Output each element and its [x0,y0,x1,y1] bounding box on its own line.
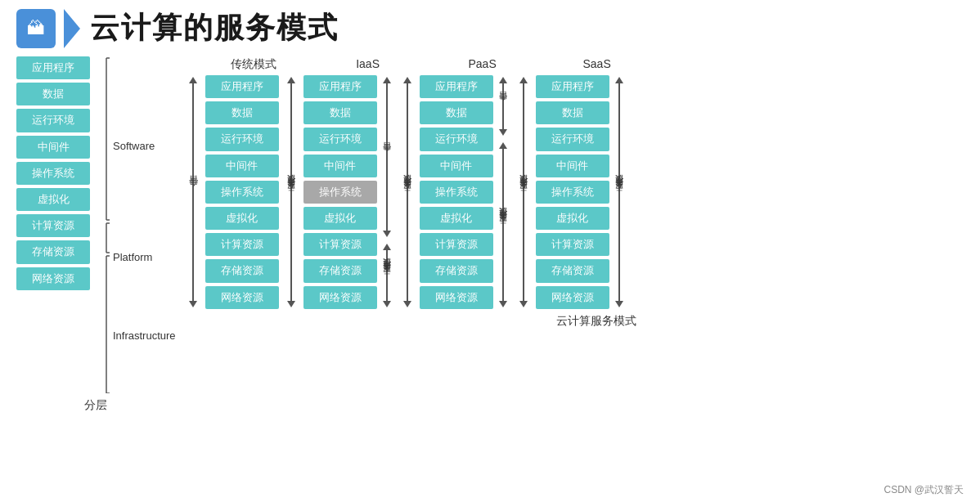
trad-计算资源: 计算资源 [205,233,279,256]
iaas-应用程序: 应用程序 [303,75,377,98]
saas-操作系统: 操作系统 [536,181,609,204]
trad-虚拟化: 虚拟化 [205,207,279,230]
paas-运行环境: 运行环境 [420,128,493,150]
page-title: 云计算的服务模式 [90,8,339,48]
saas-虚拟化: 虚拟化 [536,207,609,230]
saas-运行环境: 运行环境 [536,128,609,150]
footer: CSDN @武汉誓天 [883,483,964,497]
footer-right: CSDN @武汉誓天 [883,484,964,495]
layer-网络资源: 网络资源 [16,267,90,290]
iaas-side-labels: 自营 云服务商提供 [379,75,395,309]
header-arrow [64,9,80,48]
iaas-paas-sep: 云服务商提供 [395,75,420,309]
infrastructure-label: Infrastructure [113,329,176,343]
iaas-header: IaaS [323,56,413,72]
trad-iaas-separator: 云服务商提供 [279,75,303,309]
layer-存储资源: 存储资源 [16,240,90,263]
trad-col: 应用程序 数据 运行环境 中间件 操作系统 虚拟化 计算资源 存储资源 网络资源 [205,75,279,309]
trad-header: 传统模式 [209,56,299,72]
page: 🏔 云计算的服务模式 应用程序 数据 运行环境 中间件 操作系统 虚拟化 计算资… [0,0,980,502]
trad-操作系统: 操作系统 [205,181,279,204]
trad-self-label: 自营 [185,187,200,197]
paas-数据: 数据 [420,101,493,124]
saas-header: SaaS [552,56,642,72]
saas-数据: 数据 [536,101,609,124]
trad-应用程序: 应用程序 [205,75,279,98]
trad-存储资源: 存储资源 [205,259,279,282]
saas-应用程序: 应用程序 [536,75,609,98]
trad-中间件: 中间件 [205,155,279,177]
paas-side-labels: 自营 云服务商提供 [495,75,511,309]
iaas-虚拟化: 虚拟化 [303,207,377,230]
layer-应用程序: 应用程序 [16,56,90,79]
mountain-icon: 🏔 [27,18,45,39]
iaas-中间件: 中间件 [303,155,377,177]
layer-中间件: 中间件 [16,136,90,159]
paas-col: 应用程序 数据 运行环境 中间件 操作系统 虚拟化 计算资源 存储资源 网络资源 [420,75,511,309]
paas-应用程序: 应用程序 [420,75,493,98]
paas-header: PaaS [438,56,528,72]
paas-存储资源: 存储资源 [420,259,493,282]
paas-计算资源: 计算资源 [420,233,493,256]
left-section: 应用程序 数据 运行环境 中间件 操作系统 虚拟化 计算资源 存储资源 网络资源 [16,56,176,413]
saas-存储资源: 存储资源 [536,259,609,282]
saas-side-labels: 云服务商提供 [611,75,627,309]
saas-网络资源: 网络资源 [536,286,609,309]
layer-计算资源: 计算资源 [16,214,90,237]
trad-数据: 数据 [205,101,279,124]
paas-网络资源: 网络资源 [420,286,493,309]
saas-计算资源: 计算资源 [536,233,609,256]
layer-操作系统: 操作系统 [16,162,90,185]
iaas-操作系统: 操作系统 [303,181,377,204]
trad-运行环境: 运行环境 [205,128,279,150]
left-section-label: 分层 [84,398,107,413]
bracket-labels: Software Platform Infrastructure [113,56,176,393]
iaas-数据: 数据 [303,101,377,124]
layer-运行环境: 运行环境 [16,109,90,132]
paas-saas-sep: 云服务商提供 [511,75,536,309]
layer-虚拟化: 虚拟化 [16,188,90,211]
paas-虚拟化: 虚拟化 [420,207,493,230]
header: 🏔 云计算的服务模式 [16,8,964,48]
layer-boxes: 应用程序 数据 运行环境 中间件 操作系统 虚拟化 计算资源 存储资源 网络资源 [16,56,90,393]
models-section: 传统模式 IaaS PaaS SaaS [181,56,964,329]
left-arrow: 自营 [181,75,205,309]
paas-中间件: 中间件 [420,155,493,177]
saas-col: 应用程序 数据 运行环境 中间件 操作系统 虚拟化 计算资源 存储资源 网络资源 [536,75,627,309]
bracket-area: Software Platform Infrastructure [95,56,176,393]
software-label: Software [113,140,155,152]
iaas-存储资源: 存储资源 [303,259,377,282]
logo-box: 🏔 [16,9,56,48]
iaas-运行环境: 运行环境 [303,128,377,150]
layer-数据: 数据 [16,83,90,105]
bracket-svg [95,56,110,393]
saas-中间件: 中间件 [536,155,609,177]
iaas-col: 应用程序 数据 运行环境 中间件 操作系统 虚拟化 计算资源 存储资源 网络资源 [303,75,395,309]
models-footer-label: 云计算服务模式 [181,314,964,329]
iaas-网络资源: 网络资源 [303,286,377,309]
trad-网络资源: 网络资源 [205,286,279,309]
platform-label: Platform [113,251,152,263]
paas-操作系统: 操作系统 [420,181,493,204]
iaas-计算资源: 计算资源 [303,233,377,256]
